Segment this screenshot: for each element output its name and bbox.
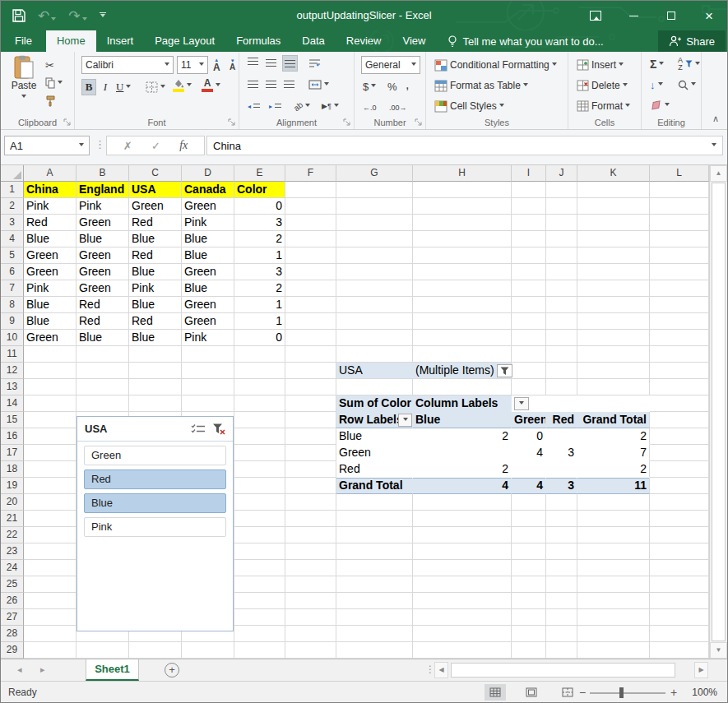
cell-B3[interactable]: Green — [77, 215, 129, 231]
cell-G28[interactable] — [336, 626, 413, 642]
cell-A9[interactable]: Blue — [24, 313, 77, 330]
cell-K23[interactable] — [577, 543, 650, 560]
close-button[interactable]: × — [697, 1, 721, 30]
cell-E7[interactable]: 2 — [234, 280, 285, 297]
cell-D11[interactable] — [182, 346, 234, 363]
cell-D2[interactable]: Green — [182, 198, 234, 215]
number-format-select[interactable]: General — [361, 56, 420, 74]
cell-L18[interactable] — [650, 461, 709, 478]
name-box[interactable]: A1 — [4, 136, 90, 155]
cell-H29[interactable] — [413, 642, 512, 659]
cell-F12[interactable] — [285, 363, 336, 379]
cell-G14[interactable]: Sum of Color — [336, 395, 413, 412]
insert-cells-button[interactable]: Insert — [575, 57, 625, 73]
column-header-F[interactable]: F — [285, 165, 336, 182]
cell-E28[interactable] — [234, 626, 285, 642]
cell-A6[interactable]: Green — [24, 264, 77, 280]
increase-decimal-button[interactable]: ←.0 — [361, 99, 378, 116]
zoom-level[interactable]: 100% — [692, 687, 717, 698]
cell-D7[interactable]: Blue — [182, 280, 234, 297]
cell-L5[interactable] — [650, 247, 709, 264]
row-header-13[interactable]: 13 — [1, 379, 24, 395]
align-left-button[interactable] — [246, 76, 260, 93]
save-button[interactable] — [12, 9, 26, 22]
row-header-3[interactable]: 3 — [1, 215, 24, 231]
cell-L14[interactable] — [650, 395, 709, 412]
sheet-nav-left-icon[interactable]: ◂ — [17, 664, 22, 675]
new-sheet-button[interactable]: + — [165, 663, 179, 678]
cell-A29[interactable] — [24, 642, 77, 659]
zoom-slider-track[interactable] — [590, 692, 665, 694]
cell-K1[interactable] — [577, 182, 650, 198]
cell-C1[interactable]: USA — [129, 182, 182, 198]
cell-J12[interactable] — [546, 363, 577, 379]
cell-L22[interactable] — [650, 527, 709, 543]
insert-function-icon[interactable]: fx — [179, 139, 188, 152]
zoom-out-button[interactable]: − — [579, 686, 586, 699]
cell-A25[interactable] — [24, 576, 77, 593]
cell-F6[interactable] — [285, 264, 336, 280]
cell-K20[interactable] — [577, 494, 650, 511]
cell-K12[interactable] — [577, 363, 650, 379]
cell-J25[interactable] — [546, 576, 577, 593]
format-cells-button[interactable]: Format — [575, 98, 632, 114]
cell-J16[interactable] — [546, 428, 577, 445]
cell-J3[interactable] — [546, 215, 577, 231]
cell-J10[interactable] — [546, 330, 577, 346]
cell-L8[interactable] — [650, 297, 709, 313]
cell-J6[interactable] — [546, 264, 577, 280]
find-select-button[interactable] — [676, 76, 698, 93]
cell-K24[interactable] — [577, 560, 650, 576]
cell-F10[interactable] — [285, 330, 336, 346]
slicer[interactable]: USA GreenRedBluePink — [77, 416, 234, 631]
cell-A22[interactable] — [24, 527, 77, 543]
clipboard-dialog-launcher[interactable] — [63, 118, 71, 126]
cell-C12[interactable] — [129, 363, 182, 379]
cell-F23[interactable] — [285, 543, 336, 560]
cell-H2[interactable] — [413, 198, 512, 215]
row-header-12[interactable]: 12 — [1, 363, 24, 379]
cell-E19[interactable] — [234, 478, 285, 494]
cell-K8[interactable] — [577, 297, 650, 313]
cell-I16[interactable]: 0 — [512, 428, 546, 445]
cell-K7[interactable] — [577, 280, 650, 297]
cell-K19[interactable]: 11 — [577, 478, 650, 494]
cell-H5[interactable] — [413, 247, 512, 264]
cell-A4[interactable]: Blue — [24, 231, 77, 247]
cell-B13[interactable] — [77, 379, 129, 395]
number-dialog-launcher[interactable] — [415, 118, 422, 126]
cell-G18[interactable]: Red — [336, 461, 413, 478]
accounting-format-button[interactable]: $ — [361, 78, 378, 95]
cell-A28[interactable] — [24, 626, 77, 642]
cell-L7[interactable] — [650, 280, 709, 297]
formula-bar-dots-handle[interactable]: ⋮ — [95, 138, 106, 150]
cell-A5[interactable]: Green — [24, 247, 77, 264]
cell-G10[interactable] — [336, 330, 413, 346]
comma-style-button[interactable]: , — [404, 76, 410, 93]
row-header-4[interactable]: 4 — [1, 231, 24, 247]
row-header-11[interactable]: 11 — [1, 346, 24, 363]
cell-L9[interactable] — [650, 313, 709, 330]
cell-D10[interactable]: Pink — [182, 330, 234, 346]
cell-H15[interactable]: Blue — [413, 412, 512, 428]
cell-L3[interactable] — [650, 215, 709, 231]
cell-C4[interactable]: Blue — [129, 231, 182, 247]
cell-B4[interactable]: Blue — [77, 231, 129, 247]
cell-J28[interactable] — [546, 626, 577, 642]
cell-B2[interactable]: Pink — [77, 198, 129, 215]
tab-home[interactable]: Home — [46, 30, 96, 52]
cell-E11[interactable] — [234, 346, 285, 363]
cell-I7[interactable] — [512, 280, 546, 297]
cell-J2[interactable] — [546, 198, 577, 215]
row-header-22[interactable]: 22 — [1, 527, 24, 543]
cell-L15[interactable] — [650, 412, 709, 428]
cell-J18[interactable] — [546, 461, 577, 478]
horizontal-scrollbar[interactable]: ◀ ▶ — [434, 662, 708, 678]
row-header-1[interactable]: 1 — [1, 182, 24, 198]
row-header-2[interactable]: 2 — [1, 198, 24, 215]
fill-color-button[interactable] — [170, 77, 193, 94]
cell-C29[interactable] — [129, 642, 182, 659]
cell-I15[interactable]: Green — [512, 412, 546, 428]
cell-H18[interactable]: 2 — [413, 461, 512, 478]
cell-J15[interactable]: Red — [546, 412, 577, 428]
